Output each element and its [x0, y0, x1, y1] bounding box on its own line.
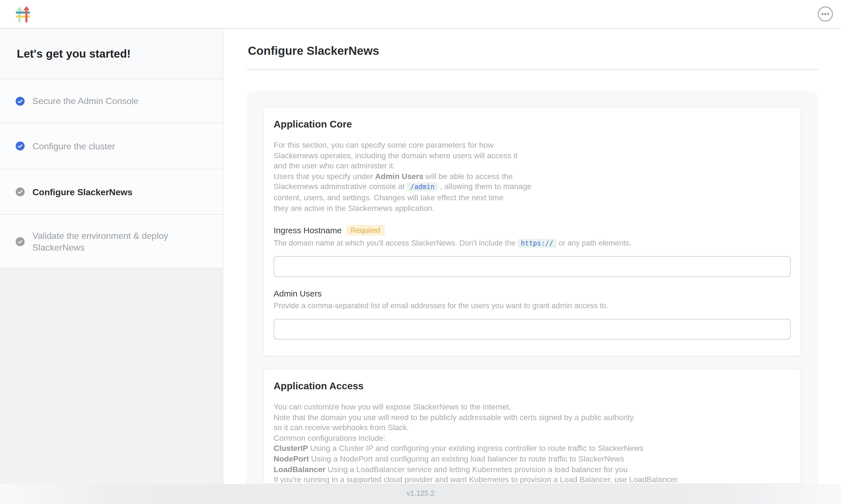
page-title: Configure SlackerNews — [248, 44, 817, 58]
admin-users-label: Admin Users — [274, 289, 322, 298]
check-circle-icon — [16, 237, 24, 246]
sidebar-step-validate-deploy[interactable]: Validate the environment & deploy Slacke… — [0, 215, 223, 269]
config-panel: Application Core For this section, you c… — [246, 91, 818, 484]
sidebar-step-configure-cluster[interactable]: Configure the cluster — [0, 123, 223, 169]
main-content: Configure SlackerNews Application Core F… — [224, 29, 841, 484]
required-badge: Required — [346, 225, 385, 235]
setup-wizard-app: Let's get you started! Secure the Admin … — [0, 0, 841, 504]
step-label: Secure the Admin Console — [33, 95, 139, 107]
sidebar-step-secure-admin-console[interactable]: Secure the Admin Console — [0, 79, 223, 123]
ingress-hostname-help: The domain name at which you'll access S… — [274, 238, 791, 248]
admin-users-help: Provide a comma-separated list of email … — [274, 301, 791, 311]
admin-users-field-group: Admin Users Provide a comma-separated li… — [274, 289, 791, 340]
card-title: Application Access — [274, 380, 791, 392]
title-divider — [246, 69, 818, 70]
ingress-hostname-label: Ingress Hostname — [274, 226, 342, 235]
sidebar-header: Let's get you started! — [0, 29, 223, 79]
sidebar-step-configure-slackernews[interactable]: Configure SlackerNews — [0, 169, 223, 215]
step-label: Configure the cluster — [33, 140, 115, 152]
application-access-card: Application Access You can customize how… — [263, 368, 801, 484]
card-description: You can customize how you will expose Sl… — [274, 402, 791, 484]
ingress-hostname-field-group: Ingress Hostname Required The domain nam… — [274, 225, 791, 277]
ellipsis-icon — [818, 15, 833, 23]
check-circle-icon — [16, 142, 24, 150]
check-circle-icon — [16, 96, 24, 105]
footer-bar: v1.125.2 — [0, 484, 841, 504]
sidebar-filler — [0, 269, 223, 484]
setup-steps-sidebar: Let's get you started! Secure the Admin … — [0, 29, 223, 484]
ingress-hostname-input[interactable] — [274, 256, 791, 277]
application-core-card: Application Core For this section, you c… — [263, 107, 801, 356]
step-label: Configure SlackerNews — [33, 186, 132, 198]
version-label: v1.125.2 — [0, 484, 841, 503]
overflow-menu-button[interactable] — [818, 6, 833, 22]
card-title: Application Core — [274, 119, 791, 130]
sidebar-title: Let's get you started! — [17, 47, 131, 60]
top-header — [0, 0, 841, 29]
card-description: For this section, you can specify some c… — [274, 140, 791, 213]
step-label: Validate the environment & deploy Slacke… — [33, 230, 185, 253]
admin-users-input[interactable] — [274, 319, 791, 340]
slackernews-logo-icon — [16, 5, 30, 22]
check-circle-icon — [16, 187, 24, 196]
